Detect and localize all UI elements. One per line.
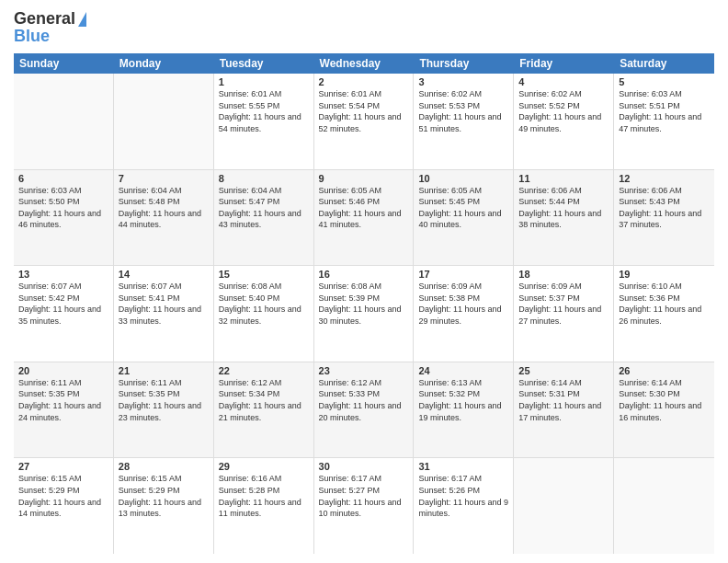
calendar-cell: 2Sunrise: 6:01 AM Sunset: 5:54 PM Daylig… bbox=[314, 74, 415, 169]
calendar-cell: 14Sunrise: 6:07 AM Sunset: 5:41 PM Dayli… bbox=[114, 266, 214, 362]
calendar-week-3: 13Sunrise: 6:07 AM Sunset: 5:42 PM Dayli… bbox=[14, 266, 714, 362]
day-number: 31 bbox=[418, 461, 508, 472]
day-number: 14 bbox=[119, 269, 209, 280]
logo: General Blue bbox=[14, 9, 86, 46]
calendar-body: 1Sunrise: 6:01 AM Sunset: 5:55 PM Daylig… bbox=[14, 74, 714, 554]
day-number: 8 bbox=[219, 173, 309, 184]
header: General Blue bbox=[14, 9, 714, 46]
day-info: Sunrise: 6:11 AM Sunset: 5:35 PM Dayligh… bbox=[18, 377, 108, 423]
day-info: Sunrise: 6:04 AM Sunset: 5:48 PM Dayligh… bbox=[119, 185, 209, 231]
day-info: Sunrise: 6:07 AM Sunset: 5:41 PM Dayligh… bbox=[119, 281, 209, 327]
dow-sunday: Sunday bbox=[14, 53, 114, 74]
day-info: Sunrise: 6:08 AM Sunset: 5:40 PM Dayligh… bbox=[219, 281, 309, 327]
page: General Blue Sunday Monday Tuesday Wedne… bbox=[0, 0, 728, 563]
calendar-week-4: 20Sunrise: 6:11 AM Sunset: 5:35 PM Dayli… bbox=[14, 362, 714, 459]
calendar-cell: 26Sunrise: 6:14 AM Sunset: 5:30 PM Dayli… bbox=[614, 362, 714, 458]
calendar-cell: 7Sunrise: 6:04 AM Sunset: 5:48 PM Daylig… bbox=[114, 170, 214, 266]
day-number: 12 bbox=[619, 173, 710, 184]
day-number: 9 bbox=[319, 173, 409, 184]
calendar-cell: 6Sunrise: 6:03 AM Sunset: 5:50 PM Daylig… bbox=[14, 170, 114, 266]
day-number: 10 bbox=[418, 173, 508, 184]
day-number: 21 bbox=[119, 365, 209, 376]
day-info: Sunrise: 6:16 AM Sunset: 5:28 PM Dayligh… bbox=[219, 473, 309, 519]
calendar-cell: 16Sunrise: 6:08 AM Sunset: 5:39 PM Dayli… bbox=[314, 266, 415, 362]
day-number: 2 bbox=[319, 76, 409, 87]
day-info: Sunrise: 6:11 AM Sunset: 5:35 PM Dayligh… bbox=[119, 377, 209, 423]
calendar-cell: 10Sunrise: 6:05 AM Sunset: 5:45 PM Dayli… bbox=[414, 170, 514, 266]
day-number: 7 bbox=[119, 173, 209, 184]
day-number: 19 bbox=[619, 269, 710, 280]
calendar-cell: 30Sunrise: 6:17 AM Sunset: 5:27 PM Dayli… bbox=[314, 458, 415, 554]
day-number: 18 bbox=[518, 269, 609, 280]
calendar-cell: 11Sunrise: 6:06 AM Sunset: 5:44 PM Dayli… bbox=[514, 170, 614, 266]
day-number: 20 bbox=[18, 365, 108, 376]
day-number: 26 bbox=[619, 365, 710, 376]
day-number: 15 bbox=[219, 269, 309, 280]
calendar-cell: 27Sunrise: 6:15 AM Sunset: 5:29 PM Dayli… bbox=[14, 458, 114, 554]
day-number: 25 bbox=[518, 365, 609, 376]
day-info: Sunrise: 6:12 AM Sunset: 5:34 PM Dayligh… bbox=[219, 377, 309, 423]
day-number: 24 bbox=[418, 365, 508, 376]
calendar-cell: 28Sunrise: 6:15 AM Sunset: 5:29 PM Dayli… bbox=[114, 458, 214, 554]
day-info: Sunrise: 6:08 AM Sunset: 5:39 PM Dayligh… bbox=[319, 281, 409, 327]
day-number: 17 bbox=[418, 269, 508, 280]
day-info: Sunrise: 6:01 AM Sunset: 5:54 PM Dayligh… bbox=[319, 88, 409, 134]
day-info: Sunrise: 6:06 AM Sunset: 5:43 PM Dayligh… bbox=[619, 185, 710, 231]
day-info: Sunrise: 6:02 AM Sunset: 5:52 PM Dayligh… bbox=[518, 88, 609, 134]
day-number: 5 bbox=[619, 76, 710, 87]
dow-wednesday: Wednesday bbox=[314, 53, 415, 74]
day-number: 22 bbox=[219, 365, 309, 376]
calendar-cell: 3Sunrise: 6:02 AM Sunset: 5:53 PM Daylig… bbox=[414, 74, 514, 169]
logo-triangle-icon bbox=[78, 12, 86, 27]
day-info: Sunrise: 6:04 AM Sunset: 5:47 PM Dayligh… bbox=[219, 185, 309, 231]
day-info: Sunrise: 6:02 AM Sunset: 5:53 PM Dayligh… bbox=[418, 88, 508, 134]
calendar-cell bbox=[614, 458, 714, 554]
day-info: Sunrise: 6:17 AM Sunset: 5:26 PM Dayligh… bbox=[418, 473, 508, 519]
calendar-cell: 12Sunrise: 6:06 AM Sunset: 5:43 PM Dayli… bbox=[614, 170, 714, 266]
calendar-cell: 8Sunrise: 6:04 AM Sunset: 5:47 PM Daylig… bbox=[214, 170, 314, 266]
calendar-cell: 23Sunrise: 6:12 AM Sunset: 5:33 PM Dayli… bbox=[314, 362, 415, 458]
calendar-cell bbox=[114, 74, 214, 169]
day-number: 29 bbox=[219, 461, 309, 472]
day-number: 23 bbox=[319, 365, 409, 376]
calendar-cell: 13Sunrise: 6:07 AM Sunset: 5:42 PM Dayli… bbox=[14, 266, 114, 362]
calendar-cell: 4Sunrise: 6:02 AM Sunset: 5:52 PM Daylig… bbox=[514, 74, 614, 169]
calendar-cell: 1Sunrise: 6:01 AM Sunset: 5:55 PM Daylig… bbox=[214, 74, 314, 169]
calendar-cell: 24Sunrise: 6:13 AM Sunset: 5:32 PM Dayli… bbox=[414, 362, 514, 458]
calendar-cell: 31Sunrise: 6:17 AM Sunset: 5:26 PM Dayli… bbox=[414, 458, 514, 554]
day-info: Sunrise: 6:06 AM Sunset: 5:44 PM Dayligh… bbox=[518, 185, 609, 231]
day-info: Sunrise: 6:09 AM Sunset: 5:38 PM Dayligh… bbox=[418, 281, 508, 327]
day-info: Sunrise: 6:05 AM Sunset: 5:46 PM Dayligh… bbox=[319, 185, 409, 231]
calendar-header: Sunday Monday Tuesday Wednesday Thursday… bbox=[14, 53, 714, 74]
day-info: Sunrise: 6:05 AM Sunset: 5:45 PM Dayligh… bbox=[418, 185, 508, 231]
day-info: Sunrise: 6:13 AM Sunset: 5:32 PM Dayligh… bbox=[418, 377, 508, 423]
day-number: 11 bbox=[518, 173, 609, 184]
day-info: Sunrise: 6:14 AM Sunset: 5:30 PM Dayligh… bbox=[619, 377, 710, 423]
dow-thursday: Thursday bbox=[414, 53, 514, 74]
calendar-cell: 17Sunrise: 6:09 AM Sunset: 5:38 PM Dayli… bbox=[414, 266, 514, 362]
logo-line1: General bbox=[14, 9, 86, 29]
calendar-cell: 22Sunrise: 6:12 AM Sunset: 5:34 PM Dayli… bbox=[214, 362, 314, 458]
day-info: Sunrise: 6:15 AM Sunset: 5:29 PM Dayligh… bbox=[119, 473, 209, 519]
day-info: Sunrise: 6:09 AM Sunset: 5:37 PM Dayligh… bbox=[518, 281, 609, 327]
calendar-cell: 29Sunrise: 6:16 AM Sunset: 5:28 PM Dayli… bbox=[214, 458, 314, 554]
dow-tuesday: Tuesday bbox=[214, 53, 314, 74]
day-number: 6 bbox=[18, 173, 108, 184]
calendar-cell: 21Sunrise: 6:11 AM Sunset: 5:35 PM Dayli… bbox=[114, 362, 214, 458]
day-info: Sunrise: 6:17 AM Sunset: 5:27 PM Dayligh… bbox=[319, 473, 409, 519]
dow-monday: Monday bbox=[114, 53, 214, 74]
day-info: Sunrise: 6:10 AM Sunset: 5:36 PM Dayligh… bbox=[619, 281, 710, 327]
day-info: Sunrise: 6:03 AM Sunset: 5:51 PM Dayligh… bbox=[619, 88, 710, 134]
dow-saturday: Saturday bbox=[614, 53, 714, 74]
calendar-cell: 19Sunrise: 6:10 AM Sunset: 5:36 PM Dayli… bbox=[614, 266, 714, 362]
calendar: Sunday Monday Tuesday Wednesday Thursday… bbox=[14, 53, 714, 554]
day-number: 4 bbox=[518, 76, 609, 87]
day-info: Sunrise: 6:07 AM Sunset: 5:42 PM Dayligh… bbox=[18, 281, 108, 327]
calendar-week-5: 27Sunrise: 6:15 AM Sunset: 5:29 PM Dayli… bbox=[14, 458, 714, 554]
calendar-cell bbox=[14, 74, 114, 169]
calendar-cell: 18Sunrise: 6:09 AM Sunset: 5:37 PM Dayli… bbox=[514, 266, 614, 362]
calendar-cell: 9Sunrise: 6:05 AM Sunset: 5:46 PM Daylig… bbox=[314, 170, 415, 266]
day-number: 27 bbox=[18, 461, 108, 472]
logo-line2: Blue bbox=[14, 27, 50, 46]
day-number: 16 bbox=[319, 269, 409, 280]
